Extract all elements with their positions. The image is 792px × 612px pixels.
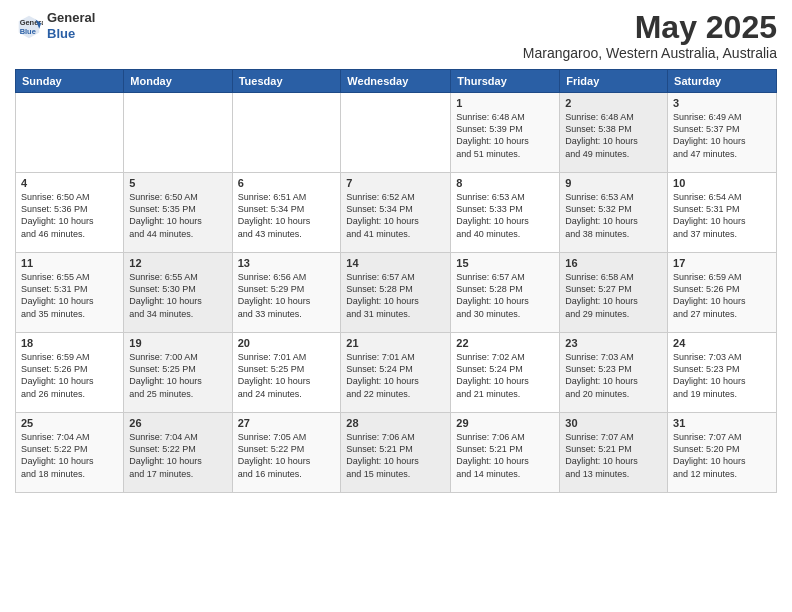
cell-content: Sunrise: 6:51 AM Sunset: 5:34 PM Dayligh…	[238, 191, 336, 240]
month-title: May 2025	[523, 10, 777, 45]
day-number: 4	[21, 177, 118, 189]
calendar-cell: 4Sunrise: 6:50 AM Sunset: 5:36 PM Daylig…	[16, 173, 124, 253]
day-header-tuesday: Tuesday	[232, 70, 341, 93]
day-number: 15	[456, 257, 554, 269]
calendar-cell	[341, 93, 451, 173]
cell-content: Sunrise: 6:58 AM Sunset: 5:27 PM Dayligh…	[565, 271, 662, 320]
day-number: 23	[565, 337, 662, 349]
cell-content: Sunrise: 6:55 AM Sunset: 5:30 PM Dayligh…	[129, 271, 226, 320]
calendar-week-row: 4Sunrise: 6:50 AM Sunset: 5:36 PM Daylig…	[16, 173, 777, 253]
calendar-week-row: 1Sunrise: 6:48 AM Sunset: 5:39 PM Daylig…	[16, 93, 777, 173]
calendar-cell: 21Sunrise: 7:01 AM Sunset: 5:24 PM Dayli…	[341, 333, 451, 413]
cell-content: Sunrise: 7:06 AM Sunset: 5:21 PM Dayligh…	[456, 431, 554, 480]
calendar-cell: 11Sunrise: 6:55 AM Sunset: 5:31 PM Dayli…	[16, 253, 124, 333]
calendar-cell: 22Sunrise: 7:02 AM Sunset: 5:24 PM Dayli…	[451, 333, 560, 413]
cell-content: Sunrise: 7:07 AM Sunset: 5:21 PM Dayligh…	[565, 431, 662, 480]
day-number: 11	[21, 257, 118, 269]
cell-content: Sunrise: 6:53 AM Sunset: 5:33 PM Dayligh…	[456, 191, 554, 240]
day-header-monday: Monday	[124, 70, 232, 93]
calendar-cell: 7Sunrise: 6:52 AM Sunset: 5:34 PM Daylig…	[341, 173, 451, 253]
cell-content: Sunrise: 7:01 AM Sunset: 5:25 PM Dayligh…	[238, 351, 336, 400]
day-number: 10	[673, 177, 771, 189]
cell-content: Sunrise: 7:07 AM Sunset: 5:20 PM Dayligh…	[673, 431, 771, 480]
calendar-cell: 25Sunrise: 7:04 AM Sunset: 5:22 PM Dayli…	[16, 413, 124, 493]
calendar-cell: 31Sunrise: 7:07 AM Sunset: 5:20 PM Dayli…	[668, 413, 777, 493]
day-number: 8	[456, 177, 554, 189]
calendar-cell: 26Sunrise: 7:04 AM Sunset: 5:22 PM Dayli…	[124, 413, 232, 493]
logo-text: General Blue	[47, 10, 95, 41]
cell-content: Sunrise: 6:54 AM Sunset: 5:31 PM Dayligh…	[673, 191, 771, 240]
cell-content: Sunrise: 7:04 AM Sunset: 5:22 PM Dayligh…	[129, 431, 226, 480]
cell-content: Sunrise: 6:50 AM Sunset: 5:35 PM Dayligh…	[129, 191, 226, 240]
cell-content: Sunrise: 7:04 AM Sunset: 5:22 PM Dayligh…	[21, 431, 118, 480]
location-title: Marangaroo, Western Australia, Australia	[523, 45, 777, 61]
calendar-cell: 29Sunrise: 7:06 AM Sunset: 5:21 PM Dayli…	[451, 413, 560, 493]
cell-content: Sunrise: 7:06 AM Sunset: 5:21 PM Dayligh…	[346, 431, 445, 480]
day-header-friday: Friday	[560, 70, 668, 93]
calendar-cell: 5Sunrise: 6:50 AM Sunset: 5:35 PM Daylig…	[124, 173, 232, 253]
calendar-cell	[124, 93, 232, 173]
cell-content: Sunrise: 7:02 AM Sunset: 5:24 PM Dayligh…	[456, 351, 554, 400]
day-number: 29	[456, 417, 554, 429]
calendar-cell: 28Sunrise: 7:06 AM Sunset: 5:21 PM Dayli…	[341, 413, 451, 493]
calendar-week-row: 11Sunrise: 6:55 AM Sunset: 5:31 PM Dayli…	[16, 253, 777, 333]
cell-content: Sunrise: 6:55 AM Sunset: 5:31 PM Dayligh…	[21, 271, 118, 320]
day-number: 26	[129, 417, 226, 429]
day-number: 30	[565, 417, 662, 429]
cell-content: Sunrise: 7:05 AM Sunset: 5:22 PM Dayligh…	[238, 431, 336, 480]
calendar-week-row: 25Sunrise: 7:04 AM Sunset: 5:22 PM Dayli…	[16, 413, 777, 493]
calendar-cell	[232, 93, 341, 173]
day-number: 25	[21, 417, 118, 429]
day-number: 1	[456, 97, 554, 109]
day-header-thursday: Thursday	[451, 70, 560, 93]
cell-content: Sunrise: 7:03 AM Sunset: 5:23 PM Dayligh…	[673, 351, 771, 400]
cell-content: Sunrise: 6:57 AM Sunset: 5:28 PM Dayligh…	[346, 271, 445, 320]
title-area: May 2025 Marangaroo, Western Australia, …	[523, 10, 777, 61]
calendar-cell: 10Sunrise: 6:54 AM Sunset: 5:31 PM Dayli…	[668, 173, 777, 253]
day-number: 16	[565, 257, 662, 269]
calendar-cell: 18Sunrise: 6:59 AM Sunset: 5:26 PM Dayli…	[16, 333, 124, 413]
calendar-cell	[16, 93, 124, 173]
day-number: 21	[346, 337, 445, 349]
calendar-cell: 6Sunrise: 6:51 AM Sunset: 5:34 PM Daylig…	[232, 173, 341, 253]
day-header-wednesday: Wednesday	[341, 70, 451, 93]
cell-content: Sunrise: 6:59 AM Sunset: 5:26 PM Dayligh…	[21, 351, 118, 400]
day-header-saturday: Saturday	[668, 70, 777, 93]
cell-content: Sunrise: 6:48 AM Sunset: 5:38 PM Dayligh…	[565, 111, 662, 160]
day-number: 3	[673, 97, 771, 109]
calendar-cell: 13Sunrise: 6:56 AM Sunset: 5:29 PM Dayli…	[232, 253, 341, 333]
day-number: 19	[129, 337, 226, 349]
cell-content: Sunrise: 6:57 AM Sunset: 5:28 PM Dayligh…	[456, 271, 554, 320]
calendar-table: SundayMondayTuesdayWednesdayThursdayFrid…	[15, 69, 777, 493]
cell-content: Sunrise: 6:52 AM Sunset: 5:34 PM Dayligh…	[346, 191, 445, 240]
day-number: 5	[129, 177, 226, 189]
calendar-cell: 8Sunrise: 6:53 AM Sunset: 5:33 PM Daylig…	[451, 173, 560, 253]
calendar-cell: 19Sunrise: 7:00 AM Sunset: 5:25 PM Dayli…	[124, 333, 232, 413]
day-number: 20	[238, 337, 336, 349]
day-number: 14	[346, 257, 445, 269]
day-number: 22	[456, 337, 554, 349]
day-number: 18	[21, 337, 118, 349]
logo-icon: General Blue	[15, 12, 43, 40]
calendar-cell: 9Sunrise: 6:53 AM Sunset: 5:32 PM Daylig…	[560, 173, 668, 253]
cell-content: Sunrise: 6:59 AM Sunset: 5:26 PM Dayligh…	[673, 271, 771, 320]
logo: General Blue General Blue	[15, 10, 95, 41]
header: General Blue General Blue May 2025 Maran…	[15, 10, 777, 61]
day-number: 17	[673, 257, 771, 269]
day-number: 2	[565, 97, 662, 109]
day-number: 28	[346, 417, 445, 429]
cell-content: Sunrise: 6:56 AM Sunset: 5:29 PM Dayligh…	[238, 271, 336, 320]
calendar-cell: 3Sunrise: 6:49 AM Sunset: 5:37 PM Daylig…	[668, 93, 777, 173]
day-number: 24	[673, 337, 771, 349]
cell-content: Sunrise: 6:49 AM Sunset: 5:37 PM Dayligh…	[673, 111, 771, 160]
day-number: 12	[129, 257, 226, 269]
calendar-cell: 23Sunrise: 7:03 AM Sunset: 5:23 PM Dayli…	[560, 333, 668, 413]
days-header-row: SundayMondayTuesdayWednesdayThursdayFrid…	[16, 70, 777, 93]
calendar-cell: 30Sunrise: 7:07 AM Sunset: 5:21 PM Dayli…	[560, 413, 668, 493]
cell-content: Sunrise: 6:53 AM Sunset: 5:32 PM Dayligh…	[565, 191, 662, 240]
cell-content: Sunrise: 7:03 AM Sunset: 5:23 PM Dayligh…	[565, 351, 662, 400]
calendar-cell: 2Sunrise: 6:48 AM Sunset: 5:38 PM Daylig…	[560, 93, 668, 173]
day-number: 9	[565, 177, 662, 189]
day-number: 6	[238, 177, 336, 189]
day-number: 13	[238, 257, 336, 269]
